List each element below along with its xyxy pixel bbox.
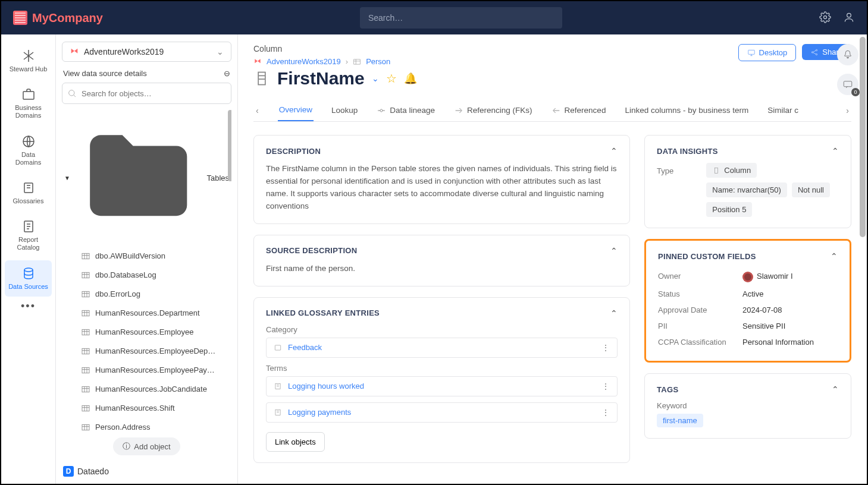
glossary-term-item[interactable]: Logging hours worked⋮: [266, 376, 618, 396]
collapse-toggle[interactable]: ⌃: [832, 146, 839, 156]
field-label: CCPA Classification: [658, 338, 735, 347]
tab-data-lineage[interactable]: Data lineage: [375, 100, 436, 121]
content-area: Column AdventureWorks2019 › Person First…: [238, 34, 867, 484]
notifications-button[interactable]: [837, 44, 858, 65]
pinned-field-row: OwnerSlawomir I: [658, 268, 838, 286]
svg-rect-17: [82, 424, 89, 430]
info-icon: ⓘ: [123, 441, 130, 452]
footer-brand[interactable]: D Dataedo: [62, 461, 231, 477]
tree-item[interactable]: HumanResources.EmployeeDep…: [69, 342, 231, 361]
datasource-details-row[interactable]: View data source details ⊖: [62, 69, 231, 78]
svg-rect-12: [82, 329, 89, 335]
title-dropdown[interactable]: ⌄: [372, 74, 379, 83]
description-text: The FirstName column in the Person table…: [266, 163, 618, 213]
tree-item[interactable]: HumanResources.Employee: [69, 323, 231, 342]
source-description-text: First name of the person.: [266, 263, 618, 275]
collapse-toggle[interactable]: ⌃: [610, 246, 618, 256]
nav-report-catalog[interactable]: Report Catalog: [5, 213, 52, 257]
svg-point-26: [816, 53, 817, 55]
nav-data-sources[interactable]: Data Sources: [5, 260, 52, 297]
settings-icon[interactable]: [819, 11, 831, 25]
tree-item[interactable]: HumanResources.JobCandidate: [69, 380, 231, 399]
insight-chip: Column: [706, 163, 757, 178]
term-icon: [274, 382, 282, 390]
link-objects-button[interactable]: Link objects: [266, 432, 325, 452]
nav-label: Data Sources: [8, 283, 48, 291]
tab-overview[interactable]: Overview: [278, 99, 314, 121]
glossary-link[interactable]: Logging hours worked: [288, 382, 364, 390]
tree-folder-tables[interactable]: ▼ Tables: [62, 110, 231, 247]
table-icon: [81, 385, 90, 394]
lineage-icon: [377, 106, 386, 115]
brand[interactable]: MyCompany: [13, 11, 103, 25]
star-icon[interactable]: ☆: [386, 71, 397, 86]
glossary-link[interactable]: Logging payments: [288, 408, 351, 417]
pinned-field-row: StatusActive: [658, 286, 838, 302]
datasource-name: AdventureWorks2019: [84, 47, 164, 56]
content-scrollbar[interactable]: [860, 37, 866, 481]
nav-steward-hub[interactable]: Steward Hub: [5, 43, 52, 79]
table-icon: [81, 308, 90, 318]
bell-icon[interactable]: 🔔: [404, 72, 417, 85]
tab-referencing[interactable]: Referencing (FKs): [453, 100, 534, 121]
global-search: [360, 7, 562, 29]
nav-business-domains[interactable]: Business Domains: [5, 81, 52, 125]
tree-item[interactable]: dbo.ErrorLog: [69, 285, 231, 304]
tree-scrollbar[interactable]: [228, 110, 231, 181]
nav-glossaries[interactable]: Glossaries: [5, 175, 52, 211]
svg-point-25: [816, 49, 817, 51]
datasource-select[interactable]: AdventureWorks2019 ⌄: [62, 42, 231, 62]
data-insights-panel: DATA INSIGHTS ⌃ Type ColumnName: nvarcha…: [644, 135, 851, 228]
nav-data-domains[interactable]: Data Domains: [5, 128, 52, 172]
glossary-link[interactable]: Feedback: [288, 343, 322, 352]
row-menu[interactable]: ⋮: [601, 382, 610, 391]
nav-label: Glossaries: [13, 197, 44, 205]
tree-item[interactable]: HumanResources.EmployeePay…: [69, 361, 231, 380]
collapse-toggle[interactable]: ⌃: [832, 385, 839, 394]
glossary-term-item[interactable]: Logging payments⋮: [266, 402, 618, 423]
pinned-field-row: CCPA ClassificationPersonal Information: [658, 334, 838, 350]
tab-referenced[interactable]: Referenced: [550, 100, 607, 121]
tree-item[interactable]: dbo.AWBuildVersion: [69, 247, 231, 266]
tabs-scroll-left[interactable]: ‹: [253, 106, 261, 115]
object-tree: ▼ Tables dbo.AWBuildVersiondbo.DatabaseL…: [62, 110, 231, 432]
collapse-toggle[interactable]: ⌃: [831, 251, 838, 261]
tab-linked-columns[interactable]: Linked columns - by business term: [623, 100, 750, 121]
tree-item[interactable]: dbo.DatabaseLog: [69, 266, 231, 285]
user-icon[interactable]: [843, 11, 855, 25]
svg-rect-15: [82, 386, 89, 392]
add-object-button[interactable]: ⓘ Add object: [113, 437, 180, 455]
search-input[interactable]: [360, 7, 562, 29]
tab-similar[interactable]: Similar c: [766, 100, 800, 121]
tab-lookup[interactable]: Lookup: [330, 100, 359, 121]
object-search-input[interactable]: [62, 83, 231, 104]
float-rail: 0: [837, 44, 858, 95]
chevron-down-icon: ⌄: [217, 47, 224, 56]
breadcrumb-datasource[interactable]: AdventureWorks2019: [267, 57, 341, 66]
footer-brand-icon: D: [63, 466, 74, 477]
row-menu[interactable]: ⋮: [601, 408, 610, 417]
table-icon: [81, 270, 90, 280]
table-icon: [81, 327, 90, 337]
tag-chip[interactable]: first-name: [657, 414, 703, 427]
field-label: Approval Date: [658, 306, 735, 314]
breadcrumb-separator: ›: [346, 57, 348, 66]
tree-item[interactable]: HumanResources.Shift: [69, 399, 231, 418]
tag-icon: [274, 344, 282, 352]
field-value: 2024-07-08: [742, 306, 838, 314]
tree-item[interactable]: HumanResources.Department: [69, 304, 231, 323]
tree-item[interactable]: Person.Address: [69, 418, 231, 432]
svg-point-24: [812, 51, 813, 52]
breadcrumb-table[interactable]: Person: [366, 57, 390, 66]
field-value: Slawomir I: [742, 272, 838, 282]
collapse-toggle[interactable]: ⌃: [610, 308, 618, 318]
collapse-toggle[interactable]: ⌃: [610, 146, 618, 156]
row-menu[interactable]: ⋮: [601, 343, 610, 352]
table-icon: [81, 347, 90, 356]
tabs-scroll-right[interactable]: ›: [844, 106, 851, 115]
glossary-category-item[interactable]: Feedback ⋮: [266, 338, 618, 358]
nav-more[interactable]: •••: [1, 300, 55, 313]
globe-icon: [21, 134, 36, 149]
desktop-button[interactable]: Desktop: [738, 44, 797, 61]
comments-button[interactable]: 0: [837, 74, 858, 95]
